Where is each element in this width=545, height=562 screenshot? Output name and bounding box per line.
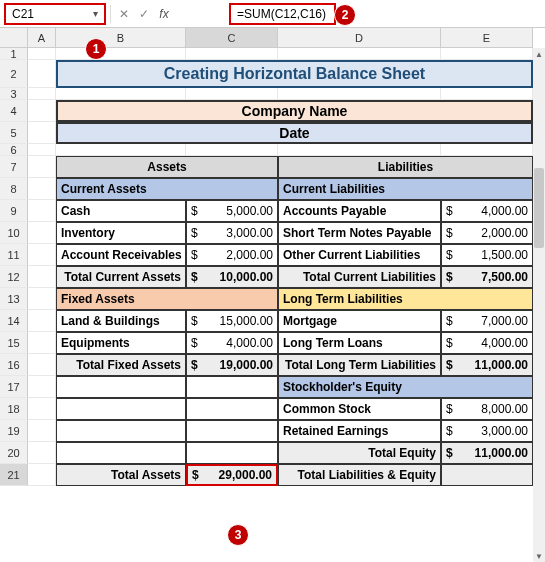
row-header[interactable]: 7 [0,156,28,178]
date-label: Date [56,122,533,144]
other-cl-value: $1,500.00 [441,244,533,266]
callout-3: 3 [227,524,249,546]
row-header[interactable]: 3 [0,88,28,100]
common-stock-label: Common Stock [278,398,441,420]
row-header[interactable]: 18 [0,398,28,420]
col-header-d[interactable]: D [278,28,441,48]
row-header[interactable]: 20 [0,442,28,464]
row-header[interactable]: 13 [0,288,28,310]
formula-text: =SUM(C12,C16) [237,7,326,21]
row-header[interactable]: 19 [0,420,28,442]
other-cl-label: Other Current Liabilities [278,244,441,266]
fixed-assets-section: Fixed Assets [56,288,278,310]
short-notes-label: Short Term Notes Payable [278,222,441,244]
cell-grid[interactable]: 1 2 Creating Horizontal Balance Sheet 3 … [28,48,545,486]
col-header-a[interactable]: A [28,28,56,48]
land-value: $15,000.00 [186,310,278,332]
cash-label: Cash [56,200,186,222]
current-assets-section: Current Assets [56,178,278,200]
total-le-label: Total Liabilities & Equity [278,464,441,486]
total-assets-value[interactable]: $29,000.00 [186,464,278,486]
current-liabilities-section: Current Liabilities [278,178,533,200]
retained-label: Retained Earnings [278,420,441,442]
accept-icon[interactable]: ✓ [135,5,153,23]
ltl-value: $4,000.00 [441,332,533,354]
cancel-icon[interactable]: ✕ [115,5,133,23]
company-name: Company Name [56,100,533,122]
retained-value: $3,000.00 [441,420,533,442]
chevron-down-icon[interactable]: ▾ [93,8,98,19]
account-recv-label: Account Receivables [56,244,186,266]
formula-bar: C21 ▾ ✕ ✓ fx =SUM(C12,C16) [0,0,545,28]
total-cl-label: Total Current Liabilities [278,266,441,288]
ltl-label: Long Term Loans [278,332,441,354]
row-header[interactable]: 15 [0,332,28,354]
row-header[interactable]: 16 [0,354,28,376]
total-fa-label: Total Fixed Assets [56,354,186,376]
account-recv-value: $2,000.00 [186,244,278,266]
callout-2: 2 [334,4,356,26]
assets-header: Assets [56,156,278,178]
equip-label: Equipments [56,332,186,354]
sheet-title: Creating Horizontal Balance Sheet [56,60,533,88]
callout-1: 1 [85,38,107,60]
col-header-b[interactable]: B [56,28,186,48]
total-equity-value: $11,000.00 [441,442,533,464]
row-header[interactable]: 5 [0,122,28,144]
row-header[interactable]: 11 [0,244,28,266]
accounts-payable-label: Accounts Payable [278,200,441,222]
scroll-thumb[interactable] [534,168,544,248]
select-all-corner[interactable] [0,28,28,48]
row-header[interactable]: 2 [0,60,28,88]
short-notes-value: $2,000.00 [441,222,533,244]
vertical-scrollbar[interactable]: ▲ ▼ [533,48,545,562]
total-assets-label: Total Assets [56,464,186,486]
row-header[interactable]: 9 [0,200,28,222]
row-header[interactable]: 6 [0,144,28,156]
total-le-value [441,464,533,486]
mortgage-value: $7,000.00 [441,310,533,332]
row-header[interactable]: 10 [0,222,28,244]
name-box[interactable]: C21 ▾ [4,3,106,25]
common-stock-value: $8,000.00 [441,398,533,420]
cash-value: $5,000.00 [186,200,278,222]
row-header[interactable]: 8 [0,178,28,200]
scroll-down-icon[interactable]: ▼ [533,550,545,562]
liabilities-header: Liabilities [278,156,533,178]
equip-value: $4,000.00 [186,332,278,354]
formula-input[interactable]: =SUM(C12,C16) [229,3,336,25]
row-header[interactable]: 17 [0,376,28,398]
scroll-up-icon[interactable]: ▲ [533,48,545,60]
col-header-c[interactable]: C [186,28,278,48]
row-header[interactable]: 21 [0,464,28,486]
row-header[interactable]: 4 [0,100,28,122]
col-header-e[interactable]: E [441,28,533,48]
total-fa-value: $19,000.00 [186,354,278,376]
total-ltl-label: Total Long Term Liabilities [278,354,441,376]
total-equity-label: Total Equity [278,442,441,464]
row-header[interactable]: 14 [0,310,28,332]
column-header-row: A B C D E [0,28,545,48]
long-term-liab-section: Long Term Liabilities [278,288,533,310]
total-ltl-value: $11,000.00 [441,354,533,376]
row-header[interactable]: 12 [0,266,28,288]
name-box-value: C21 [12,7,93,21]
total-cl-value: $7,500.00 [441,266,533,288]
row-header[interactable]: 1 [0,48,28,60]
accounts-payable-value: $4,000.00 [441,200,533,222]
total-ca-value: $10,000.00 [186,266,278,288]
inventory-value: $3,000.00 [186,222,278,244]
formula-bar-buttons: ✕ ✓ fx [110,5,181,23]
total-ca-label: Total Current Assets [56,266,186,288]
fx-icon[interactable]: fx [155,5,173,23]
land-label: Land & Buildings [56,310,186,332]
stockholder-section: Stockholder's Equity [278,376,533,398]
inventory-label: Inventory [56,222,186,244]
mortgage-label: Mortgage [278,310,441,332]
